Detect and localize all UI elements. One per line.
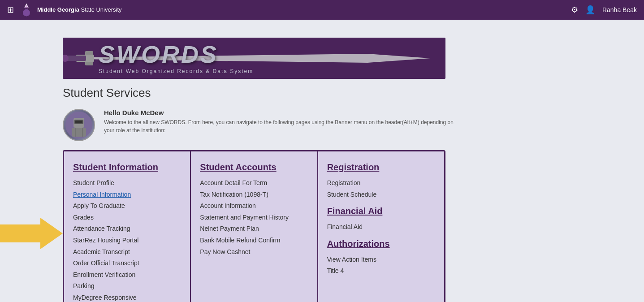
student-information-card: Student Information Student Profile Pers…	[64, 151, 190, 302]
attendance-tracking-link[interactable]: Attendance Tracking	[73, 224, 181, 233]
user-profile-icon[interactable]: 👤	[585, 5, 595, 15]
authorizations-title[interactable]: Authorizations	[327, 239, 435, 249]
financial-aid-title[interactable]: Financial Aid	[327, 206, 435, 216]
cards-wrapper: Student Information Student Profile Pers…	[63, 150, 644, 302]
student-schedule-link[interactable]: Student Schedule	[327, 190, 435, 199]
university-logo: Middle Georgia State University	[19, 3, 122, 17]
university-name: Middle Georgia State University	[37, 6, 122, 13]
welcome-text: Hello Duke McDew Welcome to the all new …	[104, 109, 454, 134]
financial-aid-link[interactable]: Financial Aid	[327, 223, 435, 232]
nelnet-payment-plan-link[interactable]: Nelnet Payment Plan	[200, 224, 308, 233]
arrow-container	[0, 218, 63, 249]
welcome-section: Hello Duke McDew Welcome to the all new …	[63, 109, 644, 141]
student-profile-link[interactable]: Student Profile	[73, 179, 181, 188]
student-information-title[interactable]: Student Information	[73, 162, 181, 173]
grades-link[interactable]: Grades	[73, 213, 181, 222]
grid-menu-icon[interactable]: ⊞	[7, 5, 14, 15]
settings-icon[interactable]: ⚙	[571, 5, 578, 15]
account-information-link[interactable]: Account Information	[200, 202, 308, 211]
financial-aid-section: Financial Aid Financial Aid	[327, 206, 435, 232]
avatar	[63, 109, 95, 141]
account-detail-for-term-link[interactable]: Account Detail For Term	[200, 179, 308, 188]
svg-rect-13	[72, 128, 86, 137]
registration-link[interactable]: Registration	[327, 179, 435, 188]
student-accounts-card: Student Accounts Account Detail For Term…	[191, 151, 317, 302]
apply-to-graduate-link[interactable]: Apply To Graduate	[73, 202, 181, 211]
statement-payment-history-link[interactable]: Statement and Payment History	[200, 213, 308, 222]
order-official-transcript-link[interactable]: Order Official Transcript	[73, 259, 181, 268]
topbar-right: ⚙ 👤 Ranha Beak	[571, 5, 637, 15]
swords-title: SWORDS	[99, 42, 218, 66]
parking-link[interactable]: Parking	[73, 282, 181, 291]
tax-notification-link[interactable]: Tax Notification (1098-T)	[200, 190, 308, 199]
registration-card: Registration Registration Student Schedu…	[318, 151, 444, 302]
main-content: SWORDS Student Web Organized Records & D…	[0, 20, 644, 302]
title-4-link[interactable]: Title 4	[327, 267, 435, 276]
swords-banner: SWORDS Student Web Organized Records & D…	[63, 38, 445, 79]
swords-subtitle: Student Web Organized Records & Data Sys…	[99, 68, 253, 74]
cards-grid: Student Information Student Profile Pers…	[63, 150, 445, 302]
topbar: ⊞ Middle Georgia State University ⚙ 👤 Ra…	[0, 0, 644, 20]
pay-now-cashnet-link[interactable]: Pay Now Cashnet	[200, 248, 308, 257]
bank-mobile-refund-link[interactable]: Bank Mobile Refund Confirm	[200, 236, 308, 245]
knight-avatar-icon	[65, 112, 92, 138]
academic-transcript-link[interactable]: Academic Transcript	[73, 248, 181, 257]
view-action-items-link[interactable]: View Action Items	[327, 255, 435, 264]
welcome-message: Welcome to the all new SWORDS. From here…	[104, 118, 454, 134]
personal-information-link[interactable]: Personal Information	[73, 190, 181, 199]
flame-logo-icon	[19, 3, 34, 17]
svg-point-0	[23, 9, 30, 16]
enrollment-verification-link[interactable]: Enrollment Verification	[73, 271, 181, 280]
topbar-left: ⊞ Middle Georgia State University	[7, 3, 122, 17]
welcome-greeting: Hello Duke McDew	[104, 109, 454, 116]
arrow-right-icon	[0, 218, 63, 249]
authorizations-section: Authorizations View Action Items Title 4	[327, 239, 435, 276]
mydegree-responsive-link[interactable]: MyDegree Responsive	[73, 293, 181, 302]
svg-rect-12	[75, 121, 82, 123]
registration-title[interactable]: Registration	[327, 162, 435, 173]
user-name-label: Ranha Beak	[602, 6, 637, 13]
student-accounts-title[interactable]: Student Accounts	[200, 162, 308, 173]
page-title: Student Services	[63, 86, 644, 100]
starrez-housing-portal-link[interactable]: StarRez Housing Portal	[73, 236, 181, 245]
